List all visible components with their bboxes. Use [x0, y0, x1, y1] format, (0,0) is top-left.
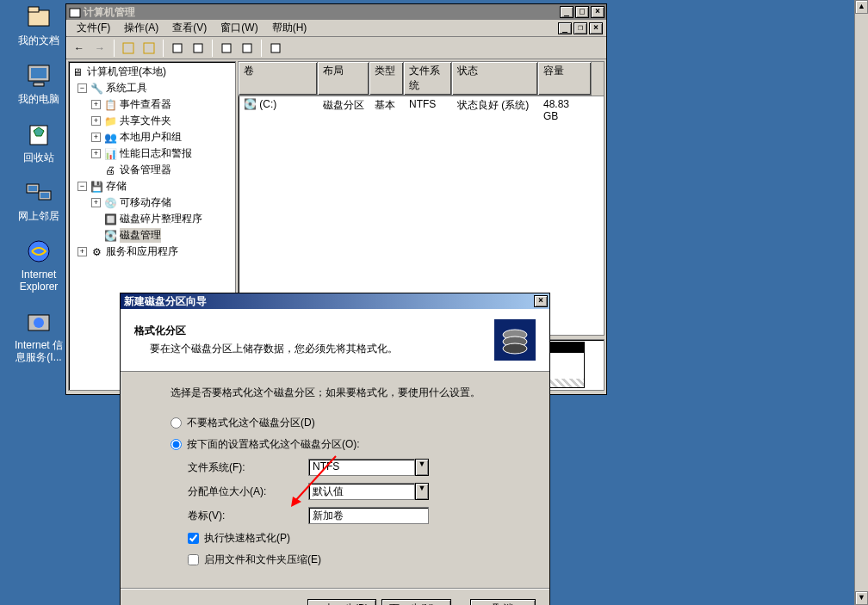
- icon-label: InternetExplorer: [9, 269, 69, 293]
- col-status[interactable]: 状态: [452, 62, 538, 96]
- toolbar: ← →: [66, 37, 606, 59]
- maximize-button[interactable]: □: [575, 6, 589, 18]
- col-layout[interactable]: 布局: [318, 62, 369, 96]
- tree-storage[interactable]: −💾存储: [71, 178, 233, 194]
- back-button[interactable]: ←: [70, 39, 89, 58]
- cancel-button[interactable]: 取消: [470, 599, 536, 605]
- desktop-icon-documents[interactable]: 我的文档: [9, 3, 69, 46]
- icon-label: 回收站: [9, 151, 69, 164]
- tree-shared[interactable]: +📁共享文件夹: [71, 113, 233, 129]
- window-title: 计算机管理: [82, 5, 558, 20]
- app-icon: [68, 5, 82, 19]
- up-button[interactable]: [119, 39, 138, 58]
- svg-rect-4: [34, 83, 44, 86]
- btn5[interactable]: [217, 39, 236, 58]
- desktop-icon-ie[interactable]: InternetExplorer: [9, 238, 69, 293]
- next-button[interactable]: 下一步(N) >: [381, 599, 451, 605]
- svg-rect-3: [31, 68, 46, 78]
- volume-label-input[interactable]: [308, 507, 429, 524]
- page-scrollbar[interactable]: ▲ ▼: [854, 0, 868, 605]
- wizard-heading: 格式化分区: [134, 324, 494, 338]
- radio-format[interactable]: [170, 439, 182, 450]
- wizard-header: 格式化分区 要在这个磁盘分区上储存数据，您必须先将其格式化。: [121, 309, 549, 372]
- svg-rect-16: [173, 44, 182, 52]
- radio-format-row[interactable]: 按下面的设置格式化这个磁盘分区(O):: [170, 434, 515, 455]
- svg-rect-14: [123, 43, 133, 53]
- back-button[interactable]: < 上一步(B): [307, 599, 376, 605]
- scroll-down-button[interactable]: ▼: [855, 591, 868, 605]
- inner-minimize[interactable]: _: [558, 22, 572, 34]
- tree-systools[interactable]: −🔧系统工具: [71, 80, 233, 96]
- desktop-icon-iis[interactable]: Internet 信息服务(I...: [9, 308, 69, 363]
- forward-button[interactable]: →: [90, 39, 109, 58]
- svg-rect-15: [144, 43, 154, 53]
- svg-rect-18: [222, 44, 231, 52]
- icon-label: Internet 信息服务(I...: [9, 339, 69, 363]
- menu-action[interactable]: 操作(A): [117, 19, 165, 37]
- tree-devmgr[interactable]: 🖨设备管理器: [71, 162, 233, 178]
- alloc-select[interactable]: 默认值 ▼: [308, 483, 429, 500]
- menu-view[interactable]: 查看(V): [165, 19, 214, 37]
- radio-noformat-row[interactable]: 不要格式化这个磁盘分区(D): [170, 412, 515, 434]
- folder-icon: [25, 3, 53, 31]
- tree-removable[interactable]: +💿可移动存储: [71, 194, 233, 211]
- wizard-close-button[interactable]: ×: [534, 295, 548, 307]
- tree-services[interactable]: +⚙服务和应用程序: [71, 244, 233, 260]
- props-button[interactable]: [140, 39, 158, 58]
- col-volume[interactable]: 卷: [239, 62, 318, 96]
- close-button[interactable]: ×: [591, 6, 604, 18]
- svg-rect-19: [243, 44, 251, 52]
- btn7[interactable]: [266, 39, 285, 58]
- vol-label: 卷标(V):: [188, 509, 308, 523]
- col-type[interactable]: 类型: [369, 62, 404, 96]
- tree-defrag[interactable]: 🔲磁盘碎片整理程序: [71, 211, 233, 227]
- col-fs[interactable]: 文件系统: [404, 62, 452, 96]
- menu-file[interactable]: 文件(F): [70, 19, 117, 37]
- quick-format-row[interactable]: 执行快速格式化(P): [188, 528, 515, 549]
- svg-point-23: [503, 343, 527, 354]
- inner-restore[interactable]: ❐: [574, 22, 587, 34]
- checkbox-compress[interactable]: [188, 554, 199, 565]
- fs-label: 文件系统(F):: [188, 460, 308, 475]
- radio-noformat[interactable]: [170, 417, 182, 429]
- inner-close[interactable]: ×: [589, 22, 603, 34]
- tree-root[interactable]: 🖥计算机管理(本地): [71, 64, 233, 80]
- col-cap[interactable]: 容量: [538, 62, 592, 96]
- wizard-subheading: 要在这个磁盘分区上储存数据，您必须先将其格式化。: [134, 342, 494, 356]
- wizard-prompt: 选择是否要格式化这个磁盘分区；如果要格式化，要使用什么设置。: [170, 386, 515, 400]
- svg-point-12: [34, 318, 44, 328]
- wizard-body: 选择是否要格式化这个磁盘分区；如果要格式化，要使用什么设置。 不要格式化这个磁盘…: [121, 372, 549, 588]
- tree-users[interactable]: +👥本地用户和组: [71, 129, 233, 145]
- network-icon: [25, 179, 53, 207]
- tree-event[interactable]: +📋事件查看器: [71, 96, 233, 113]
- icon-label: 我的文档: [9, 34, 69, 46]
- ie-icon: [25, 238, 53, 265]
- titlebar[interactable]: 计算机管理 _ □ ×: [66, 4, 606, 20]
- volume-row[interactable]: 💽 (C:) 磁盘分区 基本 NTFS 状态良好 (系统) 48.83 GB: [239, 96, 604, 124]
- svg-rect-8: [28, 186, 37, 191]
- svg-rect-0: [28, 10, 49, 26]
- tree-diskmgmt[interactable]: 💽磁盘管理: [71, 227, 233, 244]
- minimize-button[interactable]: _: [560, 6, 574, 18]
- desktop-icon-recycle[interactable]: 回收站: [9, 120, 69, 164]
- tree-perf[interactable]: +📊性能日志和警报: [71, 145, 233, 162]
- desktop-icon-computer[interactable]: 我的电脑: [9, 62, 69, 105]
- btn6[interactable]: [238, 39, 257, 58]
- icon-label: 我的电脑: [9, 93, 69, 105]
- menu-window[interactable]: 窗口(W): [214, 19, 264, 37]
- menu-help[interactable]: 帮助(H): [265, 19, 314, 37]
- desktop-icon-network[interactable]: 网上邻居: [9, 179, 69, 222]
- compress-row[interactable]: 启用文件和文件夹压缩(E): [188, 549, 515, 571]
- wizard-titlebar[interactable]: 新建磁盘分区向导 ×: [121, 293, 549, 309]
- btn4[interactable]: [189, 39, 208, 58]
- dropdown-icon[interactable]: ▼: [415, 459, 429, 476]
- dropdown-icon[interactable]: ▼: [415, 483, 429, 500]
- computer-icon: [25, 62, 53, 90]
- wizard-title: 新建磁盘分区向导: [122, 294, 532, 309]
- btn3[interactable]: [168, 39, 187, 58]
- alloc-label: 分配单位大小(A):: [188, 485, 308, 499]
- iis-icon: [25, 308, 53, 336]
- scroll-up-button[interactable]: ▲: [855, 0, 868, 14]
- checkbox-quickformat[interactable]: [188, 533, 199, 544]
- fs-select[interactable]: NTFS ▼: [308, 459, 429, 476]
